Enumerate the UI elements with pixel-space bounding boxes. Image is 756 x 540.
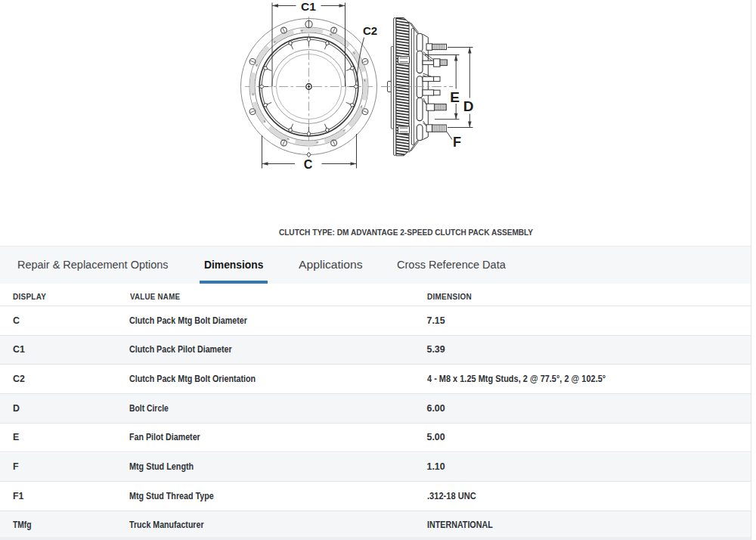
svg-text:D: D	[463, 98, 474, 114]
svg-text:E: E	[450, 89, 460, 105]
svg-text:C: C	[304, 158, 313, 171]
svg-text:C2: C2	[363, 24, 377, 37]
svg-text:F: F	[453, 135, 461, 150]
svg-text:C1: C1	[301, 0, 316, 13]
